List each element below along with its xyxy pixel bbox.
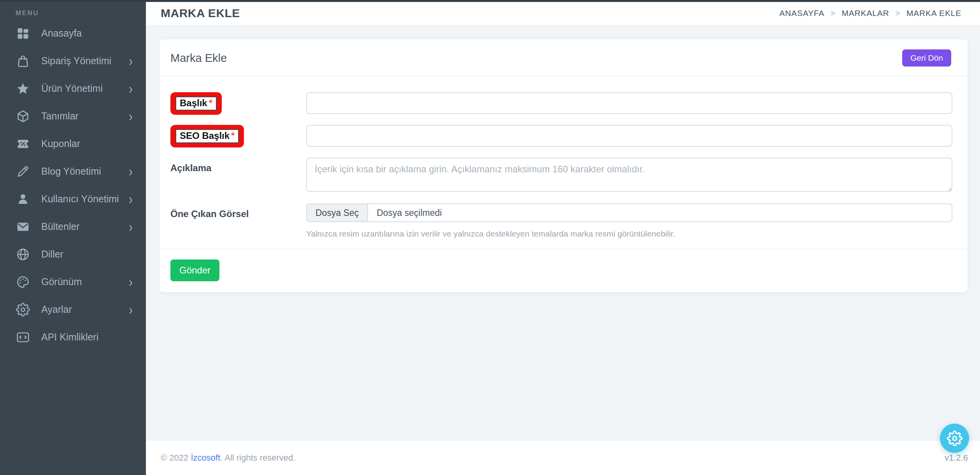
shopping-bag-icon (16, 54, 30, 68)
sidebar-item-anasayfa[interactable]: Anasayfa (0, 19, 146, 47)
star-icon (16, 81, 30, 96)
seo-baslik-label-col: SEO Başlık* (170, 125, 306, 147)
sidebar-item-label: Sipariş Yönetimi (41, 55, 111, 67)
card-title: Marka Ekle (170, 52, 227, 65)
sidebar-item-kullanici-yonetimi[interactable]: Kullanıcı Yönetimi › (0, 185, 146, 213)
add-brand-card: Marka Ekle Geri Dön Başlık* (160, 39, 968, 292)
pencil-icon (16, 164, 30, 179)
sidebar-item-kuponlar[interactable]: Kuponlar (0, 130, 146, 158)
one-cikan-gorsel-label: Öne Çıkan Görsel (170, 203, 306, 238)
user-icon (16, 192, 30, 207)
sidebar-item-blog-yonetimi[interactable]: Blog Yönetimi › (0, 158, 146, 185)
sidebar-item-label: Tanımlar (41, 110, 79, 122)
sidebar-item-label: Kullanıcı Yönetimi (41, 193, 119, 205)
sidebar-item-diller[interactable]: Diller (0, 240, 146, 268)
chevron-right-icon: › (129, 109, 133, 124)
required-asterisk: * (231, 130, 235, 141)
sidebar-item-label: API Kimlikleri (41, 331, 98, 343)
settings-fab-button[interactable] (940, 424, 969, 453)
sidebar-item-urun-yonetimi[interactable]: Ürün Yönetimi › (0, 75, 146, 102)
cube-icon (16, 109, 30, 124)
sidebar-item-label: Görünüm (41, 276, 82, 287)
file-status-text: Dosya seçilmedi (368, 204, 450, 221)
breadcrumb-separator-icon: > (831, 9, 835, 18)
content-area: Marka Ekle Geri Dön Başlık* (146, 25, 980, 441)
sidebar-item-label: Diller (41, 249, 63, 260)
gear-icon (16, 302, 30, 317)
sidebar-item-gorunum[interactable]: Görünüm › (0, 268, 146, 296)
card-footer: Gönder (160, 249, 968, 292)
breadcrumb-separator-icon: > (895, 9, 900, 18)
annotation-box-baslik: Başlık* (170, 92, 222, 115)
izcosoft-link[interactable]: İzcosoft (191, 453, 220, 463)
sidebar-item-ayarlar[interactable]: Ayarlar › (0, 296, 146, 323)
sidebar-item-label: Kuponlar (41, 138, 80, 149)
submit-button[interactable]: Gönder (170, 259, 219, 281)
form-row-one-cikan-gorsel: Öne Çıkan Görsel Dosya Seç Dosya seçilme… (170, 203, 952, 238)
envelope-icon (16, 219, 30, 234)
annotation-box-seo-baslik: SEO Başlık* (170, 125, 244, 147)
baslik-label-col: Başlık* (170, 92, 306, 115)
form-row-seo-baslik: SEO Başlık* (170, 125, 952, 147)
chevron-right-icon: › (129, 219, 133, 234)
coupon-ticket-icon (16, 137, 30, 151)
seo-baslik-label: SEO Başlık* (175, 129, 239, 143)
sidebar-item-label: Ayarlar (41, 304, 72, 315)
palette-icon (16, 275, 30, 289)
top-border-strip (0, 0, 980, 2)
file-helper-text: Yalnızca resim uzantılarına izin verilir… (306, 229, 952, 238)
aciklama-textarea[interactable] (306, 158, 952, 192)
chevron-right-icon: › (129, 275, 133, 289)
required-asterisk: * (209, 98, 212, 108)
sidebar-item-label: Ürün Yönetimi (41, 83, 103, 94)
sidebar-menu-label: MENU (16, 9, 146, 17)
baslik-label: Başlık* (175, 96, 217, 110)
form-row-aciklama: Açıklama (170, 158, 952, 193)
chevron-right-icon: › (129, 81, 133, 96)
sidebar-item-label: Bültenler (41, 221, 80, 232)
aciklama-label: Açıklama (170, 158, 306, 193)
sidebar-item-siparis-yonetimi[interactable]: Sipariş Yönetimi › (0, 47, 146, 75)
page-title: MARKA EKLE (161, 7, 240, 20)
globe-icon (16, 247, 30, 262)
back-button[interactable]: Geri Dön (902, 49, 951, 67)
sidebar-item-api-kimlikleri[interactable]: API Kimlikleri (0, 323, 146, 351)
card-body: Başlık* SEO Başlık* (160, 77, 968, 238)
dashboard-icon (16, 26, 30, 41)
gear-icon (947, 431, 962, 446)
chevron-right-icon: › (129, 302, 133, 317)
copyright-text: © 2022 İzcosoft. All rights reserved. (161, 453, 295, 463)
chevron-right-icon: › (129, 164, 133, 179)
sidebar-item-bultenler[interactable]: Bültenler › (0, 213, 146, 240)
card-header: Marka Ekle Geri Dön (160, 39, 968, 77)
app-window: MENU Anasayfa Sipariş Yönetimi › Ürün Yö… (0, 0, 980, 475)
breadcrumb-item-anasayfa[interactable]: ANASAYFA (779, 9, 824, 18)
file-choose-button[interactable]: Dosya Seç (307, 204, 368, 221)
file-input[interactable]: Dosya Seç Dosya seçilmedi (306, 203, 952, 222)
version-text: v1.2.6 (945, 453, 968, 463)
breadcrumb-item-markalar[interactable]: MARKALAR (842, 9, 889, 18)
baslik-input[interactable] (306, 92, 952, 114)
sidebar: MENU Anasayfa Sipariş Yönetimi › Ürün Yö… (0, 0, 146, 475)
sidebar-item-tanimlar[interactable]: Tanımlar › (0, 102, 146, 130)
sidebar-item-label: Anasayfa (41, 28, 82, 39)
topbar: MARKA EKLE ANASAYFA > MARKALAR > MARKA E… (146, 0, 980, 25)
breadcrumb-item-marka-ekle: MARKA EKLE (906, 9, 961, 18)
api-code-icon (16, 330, 30, 345)
sidebar-item-label: Blog Yönetimi (41, 166, 101, 177)
form-row-baslik: Başlık* (170, 92, 952, 115)
footer: © 2022 İzcosoft. All rights reserved. v1… (146, 441, 980, 475)
breadcrumb: ANASAYFA > MARKALAR > MARKA EKLE (779, 9, 961, 18)
seo-baslik-input[interactable] (306, 125, 952, 147)
chevron-right-icon: › (129, 192, 133, 207)
chevron-right-icon: › (129, 54, 133, 68)
main-area: MARKA EKLE ANASAYFA > MARKALAR > MARKA E… (146, 0, 980, 475)
